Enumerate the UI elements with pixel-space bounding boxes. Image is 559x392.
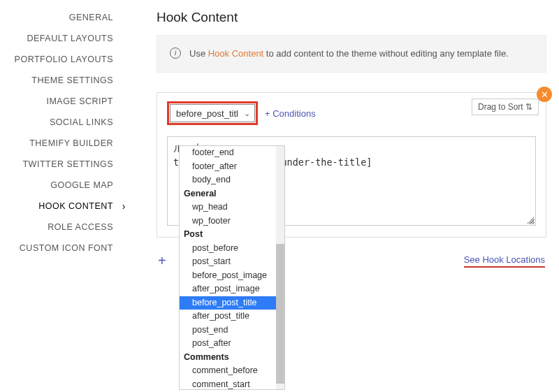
dropdown-group: Post: [180, 228, 284, 242]
dropdown-option[interactable]: after_post_image: [180, 282, 284, 296]
dropdown-option[interactable]: footer_after: [180, 160, 284, 174]
hook-location-dropdown[interactable]: ▲ footer_endfooter_afterbody_endGeneralw…: [179, 145, 285, 390]
dropdown-group: Comments: [180, 351, 284, 365]
see-hook-locations-link[interactable]: See Hook Locations: [464, 254, 545, 268]
page-title: Hook Content: [157, 10, 546, 25]
info-box: i Use Hook Content to add content to the…: [157, 35, 546, 73]
sidebar-item-label: HOOK CONTENT: [38, 201, 113, 211]
sidebar-item-social-links[interactable]: SOCIAL LINKS: [0, 112, 129, 133]
sidebar-item-default-layouts[interactable]: DEFAULT LAYOUTS: [0, 28, 129, 49]
sidebar-item-theme-settings[interactable]: THEME SETTINGS: [0, 70, 129, 91]
hook-location-select[interactable]: before_post_titl ⌄: [170, 104, 255, 122]
drag-to-sort-button[interactable]: Drag to Sort ⇅: [472, 99, 539, 115]
sidebar-item-general[interactable]: GENERAL: [0, 7, 129, 28]
sidebar-item-hook-content[interactable]: HOOK CONTENT ›: [0, 196, 129, 217]
dropdown-option[interactable]: footer_end: [180, 146, 284, 160]
chevron-down-icon: ⌄: [244, 109, 250, 118]
dropdown-option[interactable]: after_post_title: [180, 310, 284, 324]
dropdown-option[interactable]: before_post_title: [180, 296, 284, 310]
info-prefix: Use: [189, 48, 208, 59]
conditions-button[interactable]: + Conditions: [265, 108, 316, 119]
dropdown-option[interactable]: post_start: [180, 255, 284, 269]
dropdown-option[interactable]: wp_head: [180, 201, 284, 215]
dropdown-option[interactable]: wp_footer: [180, 215, 284, 228]
scrollbar-thumb[interactable]: [276, 244, 284, 384]
sidebar-item-portfolio-layouts[interactable]: PORTFOLIO LAYOUTS: [0, 49, 129, 70]
sidebar-item-image-script[interactable]: IMAGE SCRIPT: [0, 91, 129, 112]
sidebar-item-google-map[interactable]: GOOGLE MAP: [0, 175, 129, 196]
chevron-right-icon: ›: [122, 201, 126, 212]
sidebar-item-themify-builder[interactable]: THEMIFY BUILDER: [0, 133, 129, 154]
info-icon: i: [170, 48, 181, 59]
sidebar: GENERAL DEFAULT LAYOUTS PORTFOLIO LAYOUT…: [0, 0, 129, 276]
sidebar-item-custom-icon-font[interactable]: CUSTOM ICON FONT: [0, 238, 129, 259]
add-hook-button[interactable]: +: [158, 253, 166, 269]
dropdown-option[interactable]: post_before: [180, 242, 284, 256]
dropdown-option[interactable]: post_after: [180, 337, 284, 351]
close-icon[interactable]: ✕: [537, 87, 552, 102]
sidebar-item-role-access[interactable]: ROLE ACCESS: [0, 217, 129, 238]
dropdown-option[interactable]: post_end: [180, 324, 284, 337]
dropdown-option[interactable]: comment_before: [180, 364, 284, 378]
hook-select-value: before_post_titl: [176, 108, 239, 119]
dropdown-option[interactable]: comment_start: [180, 378, 284, 391]
info-text: Use Hook Content to add content to the t…: [189, 47, 509, 61]
dropdown-option[interactable]: before_post_image: [180, 269, 284, 283]
hook-select-highlight: before_post_titl ⌄: [167, 101, 258, 125]
sidebar-item-twitter-settings[interactable]: TWITTER SETTINGS: [0, 154, 129, 175]
info-suffix: to add content to the theme without edit…: [263, 48, 509, 59]
dropdown-option[interactable]: body_end: [180, 173, 284, 187]
info-link[interactable]: Hook Content: [208, 48, 264, 59]
dropdown-group: General: [180, 187, 284, 201]
